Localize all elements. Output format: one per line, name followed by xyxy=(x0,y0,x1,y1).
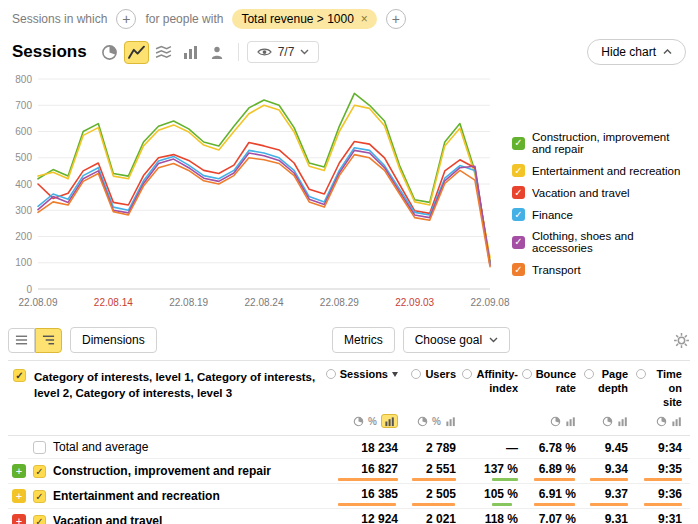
row-label: Total and average xyxy=(53,440,148,454)
add-session-condition-button[interactable]: + xyxy=(116,9,136,29)
flat-list-view-button[interactable] xyxy=(8,328,35,353)
column-header-affinity[interactable]: Affinity-index xyxy=(464,368,526,396)
expand-row-button[interactable]: + xyxy=(12,489,26,503)
stacked-lines-icon xyxy=(155,45,172,60)
table-row[interactable]: +✓Construction, improvement and repair16… xyxy=(8,459,690,484)
series-checkbox-icon[interactable]: ✓ xyxy=(512,263,525,276)
metric-cell: 118 % xyxy=(464,509,526,524)
mini-bars-icon[interactable] xyxy=(671,416,682,427)
mini-bars-icon[interactable] xyxy=(617,416,628,427)
row-checkbox[interactable]: ✓ xyxy=(33,465,46,478)
mini-percent-icon[interactable]: % xyxy=(432,416,441,427)
metric-cell: 2 789 xyxy=(406,438,464,457)
svg-text:500: 500 xyxy=(15,152,32,163)
tree-list-view-button[interactable] xyxy=(35,328,62,353)
visible-series-dropdown[interactable]: 7/7 xyxy=(247,41,320,63)
row-label-cell: +✓Entertainment and recreation xyxy=(8,486,332,506)
chart-type-switcher xyxy=(97,41,230,64)
table-row[interactable]: Total and average18 2342 789—6.78 %9.459… xyxy=(8,436,690,459)
chart-header: Sessions 7/7 Hide chart xyxy=(0,31,698,69)
pie-chart-button[interactable] xyxy=(97,41,122,64)
mini-bars-active[interactable] xyxy=(381,414,398,428)
row-checkbox[interactable] xyxy=(33,441,46,454)
legend-item[interactable]: ✓Entertainment and recreation xyxy=(512,164,690,177)
stacked-chart-button[interactable] xyxy=(151,41,176,64)
svg-text:22.09.03: 22.09.03 xyxy=(395,297,434,308)
series-checkbox-icon[interactable]: ✓ xyxy=(512,208,525,221)
series-checkbox-icon[interactable]: ✓ xyxy=(512,186,525,199)
expand-row-button[interactable]: + xyxy=(12,464,26,478)
metric-value: 18 234 xyxy=(361,441,398,455)
column-label: Page depth xyxy=(598,368,628,396)
metric-cell: 9.45 xyxy=(584,438,636,457)
legend-item[interactable]: ✓Vacation and travel xyxy=(512,186,690,199)
metric-cell: 137 % xyxy=(464,459,526,483)
mini-bars-icon[interactable] xyxy=(445,416,456,427)
value-bar xyxy=(412,478,456,481)
remove-tag-icon[interactable]: × xyxy=(361,12,368,26)
mini-pie-icon[interactable] xyxy=(602,416,613,427)
legend-label: Vacation and travel xyxy=(532,187,630,199)
metric-cell: 2 505 xyxy=(406,484,464,508)
metric-cell: 12 924 xyxy=(332,509,406,524)
column-chart-button[interactable] xyxy=(178,41,203,64)
audience-chart-button[interactable] xyxy=(205,41,230,64)
series-checkbox-icon[interactable]: ✓ xyxy=(512,164,525,177)
column-header-bounce[interactable]: Bounce rate xyxy=(526,368,584,396)
chart-legend: ✓Construction, improvement and repair✓En… xyxy=(512,69,690,313)
metrics-button[interactable]: Metrics xyxy=(332,327,395,353)
legend-label: Clothing, shoes and accessories xyxy=(532,230,690,254)
metric-cell: 9.31 xyxy=(584,509,636,524)
sessions-display-switcher: % xyxy=(332,414,406,428)
column-label: Affinity-index xyxy=(476,368,518,396)
table-row[interactable]: +✓Vacation and travel12 9242 021118 %7.0… xyxy=(8,509,690,524)
hide-chart-label: Hide chart xyxy=(601,45,656,59)
series-checkbox-icon[interactable]: ✓ xyxy=(512,236,525,249)
expand-row-button[interactable]: + xyxy=(12,514,26,524)
metric-info-icon xyxy=(411,369,421,379)
legend-item[interactable]: ✓Transport xyxy=(512,263,690,276)
select-all-checkbox[interactable]: ✓ xyxy=(13,369,26,382)
metric-value: 6.78 % xyxy=(539,441,576,455)
chart-area: 010020030040050060070080022.08.0922.08.1… xyxy=(0,69,698,313)
metric-cell: 6.89 % xyxy=(526,459,584,483)
depth-display-switcher xyxy=(584,416,636,427)
plus-icon: + xyxy=(122,12,130,26)
row-label: Vacation and travel xyxy=(53,514,162,524)
column-header-time[interactable]: Time on site xyxy=(636,368,690,409)
mini-pie-icon[interactable] xyxy=(656,416,667,427)
metric-value: 16 827 xyxy=(361,462,398,476)
column-header-sessions[interactable]: Sessions xyxy=(332,368,406,382)
report-table: ✓ Category of interests, level 1, Catego… xyxy=(0,360,698,524)
column-header-users[interactable]: Users xyxy=(406,368,464,382)
segment-tag[interactable]: Total revenue > 1000 × xyxy=(232,9,376,29)
choose-goal-button[interactable]: Choose goal xyxy=(403,327,510,353)
metric-value: 2 551 xyxy=(426,462,456,476)
legend-item[interactable]: ✓Finance xyxy=(512,208,690,221)
mini-pie-icon[interactable] xyxy=(417,416,428,427)
mini-pie-icon[interactable] xyxy=(353,416,364,427)
row-label-cell: +✓Construction, improvement and repair xyxy=(8,461,332,481)
value-bar xyxy=(338,503,398,506)
mini-pie-icon[interactable] xyxy=(550,416,561,427)
mini-bars-icon[interactable] xyxy=(565,416,576,427)
chevron-up-icon xyxy=(663,49,672,55)
row-checkbox[interactable]: ✓ xyxy=(33,490,46,503)
metric-cell: 18 234 xyxy=(332,438,406,457)
metric-cell: 105 % xyxy=(464,484,526,508)
svg-text:600: 600 xyxy=(15,126,32,137)
table-settings-button[interactable] xyxy=(673,332,690,349)
legend-label: Finance xyxy=(532,209,573,221)
legend-item[interactable]: ✓Clothing, shoes and accessories xyxy=(512,230,690,254)
mini-percent-icon[interactable]: % xyxy=(368,416,377,427)
column-header-depth[interactable]: Page depth xyxy=(584,368,636,396)
table-row[interactable]: +✓Entertainment and recreation16 3852 50… xyxy=(8,484,690,509)
add-people-condition-button[interactable]: + xyxy=(386,9,406,29)
line-chart-button[interactable] xyxy=(124,41,149,64)
metric-value: 2 505 xyxy=(426,487,456,501)
row-checkbox[interactable]: ✓ xyxy=(33,515,46,524)
series-checkbox-icon[interactable]: ✓ xyxy=(512,137,525,150)
legend-item[interactable]: ✓Construction, improvement and repair xyxy=(512,131,690,155)
hide-chart-button[interactable]: Hide chart xyxy=(587,39,686,65)
dimensions-button[interactable]: Dimensions xyxy=(70,327,157,353)
